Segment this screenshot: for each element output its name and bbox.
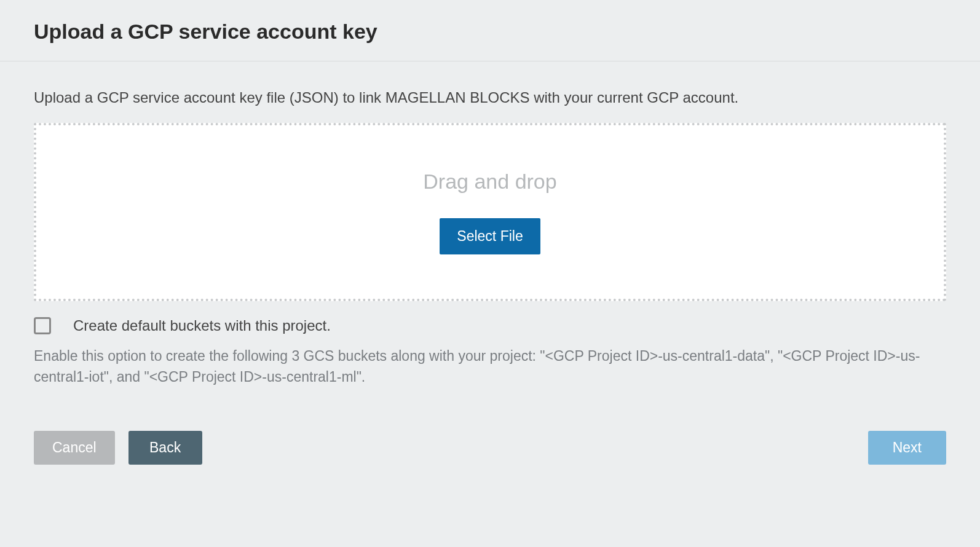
page-content: Upload a GCP service account key file (J… bbox=[0, 61, 980, 483]
cancel-button[interactable]: Cancel bbox=[34, 431, 115, 465]
create-buckets-checkbox[interactable] bbox=[34, 317, 51, 334]
select-file-button[interactable]: Select File bbox=[440, 218, 540, 254]
file-dropzone[interactable]: Drag and drop Select File bbox=[34, 123, 946, 301]
page-header: Upload a GCP service account key bbox=[0, 0, 980, 61]
next-button[interactable]: Next bbox=[868, 431, 946, 465]
footer-actions: Cancel Back Next bbox=[34, 431, 946, 465]
back-button[interactable]: Back bbox=[128, 431, 202, 465]
create-buckets-option: Create default buckets with this project… bbox=[34, 317, 946, 334]
dropzone-label: Drag and drop bbox=[423, 170, 556, 194]
instruction-text: Upload a GCP service account key file (J… bbox=[34, 87, 946, 108]
create-buckets-help-text: Enable this option to create the followi… bbox=[34, 345, 946, 388]
create-buckets-label: Create default buckets with this project… bbox=[73, 317, 331, 334]
page-container: Upload a GCP service account key Upload … bbox=[0, 0, 980, 547]
page-title: Upload a GCP service account key bbox=[34, 20, 946, 44]
footer-left-group: Cancel Back bbox=[34, 431, 202, 465]
